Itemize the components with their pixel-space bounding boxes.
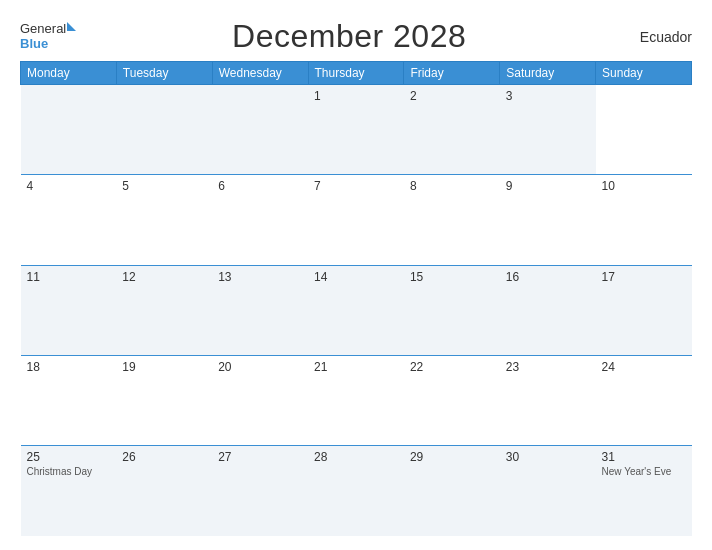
day-cell: 3 [500, 85, 596, 175]
day-number: 20 [218, 360, 302, 374]
header: General Blue December 2028 Ecuador [20, 18, 692, 55]
empty-cell [212, 85, 308, 175]
logo-blue: Blue [20, 37, 48, 51]
day-number: 24 [602, 360, 686, 374]
header-friday: Friday [404, 62, 500, 85]
day-number: 18 [27, 360, 111, 374]
day-cell: 28 [308, 446, 404, 536]
empty-cell [21, 85, 117, 175]
week-row-4: 25Christmas Day262728293031New Year's Ev… [21, 446, 692, 536]
day-cell: 25Christmas Day [21, 446, 117, 536]
day-number: 9 [506, 179, 590, 193]
header-wednesday: Wednesday [212, 62, 308, 85]
day-cell: 26 [116, 446, 212, 536]
day-number: 3 [506, 89, 590, 103]
day-number: 19 [122, 360, 206, 374]
day-cell: 7 [308, 175, 404, 265]
day-number: 31 [602, 450, 686, 464]
header-monday: Monday [21, 62, 117, 85]
header-thursday: Thursday [308, 62, 404, 85]
day-cell: 9 [500, 175, 596, 265]
day-cell: 16 [500, 265, 596, 355]
day-number: 23 [506, 360, 590, 374]
day-cell: 17 [596, 265, 692, 355]
day-cell: 11 [21, 265, 117, 355]
day-number: 12 [122, 270, 206, 284]
calendar-table: Monday Tuesday Wednesday Thursday Friday… [20, 61, 692, 536]
day-number: 2 [410, 89, 494, 103]
day-number: 14 [314, 270, 398, 284]
day-number: 6 [218, 179, 302, 193]
day-cell: 5 [116, 175, 212, 265]
day-number: 1 [314, 89, 398, 103]
week-row-1: 45678910 [21, 175, 692, 265]
calendar-title: December 2028 [232, 18, 466, 54]
day-cell: 10 [596, 175, 692, 265]
day-cell: 13 [212, 265, 308, 355]
day-cell: 29 [404, 446, 500, 536]
day-cell: 12 [116, 265, 212, 355]
day-number: 13 [218, 270, 302, 284]
day-number: 28 [314, 450, 398, 464]
day-number: 21 [314, 360, 398, 374]
event-label: New Year's Eve [602, 466, 686, 477]
country-label: Ecuador [622, 29, 692, 45]
day-number: 30 [506, 450, 590, 464]
day-number: 22 [410, 360, 494, 374]
day-cell: 15 [404, 265, 500, 355]
empty-cell [116, 85, 212, 175]
logo-triangle-icon [67, 22, 76, 31]
day-cell: 24 [596, 355, 692, 445]
day-number: 16 [506, 270, 590, 284]
header-sunday: Sunday [596, 62, 692, 85]
logo: General Blue [20, 22, 76, 51]
day-cell: 27 [212, 446, 308, 536]
day-number: 29 [410, 450, 494, 464]
day-cell: 30 [500, 446, 596, 536]
day-number: 26 [122, 450, 206, 464]
day-number: 4 [27, 179, 111, 193]
day-number: 15 [410, 270, 494, 284]
logo-general: General [20, 22, 66, 36]
day-cell: 21 [308, 355, 404, 445]
day-cell: 22 [404, 355, 500, 445]
day-cell: 14 [308, 265, 404, 355]
day-number: 25 [27, 450, 111, 464]
day-number: 17 [602, 270, 686, 284]
day-cell: 2 [404, 85, 500, 175]
day-number: 8 [410, 179, 494, 193]
day-cell: 19 [116, 355, 212, 445]
day-cell: 4 [21, 175, 117, 265]
day-cell: 31New Year's Eve [596, 446, 692, 536]
day-number: 11 [27, 270, 111, 284]
day-cell: 8 [404, 175, 500, 265]
header-tuesday: Tuesday [116, 62, 212, 85]
days-header-row: Monday Tuesday Wednesday Thursday Friday… [21, 62, 692, 85]
week-row-2: 11121314151617 [21, 265, 692, 355]
day-number: 10 [602, 179, 686, 193]
day-cell: 6 [212, 175, 308, 265]
day-number: 5 [122, 179, 206, 193]
day-number: 7 [314, 179, 398, 193]
calendar-page: General Blue December 2028 Ecuador Monda… [0, 0, 712, 550]
event-label: Christmas Day [27, 466, 111, 477]
day-number: 27 [218, 450, 302, 464]
day-cell: 18 [21, 355, 117, 445]
day-cell: 23 [500, 355, 596, 445]
week-row-0: 123 [21, 85, 692, 175]
week-row-3: 18192021222324 [21, 355, 692, 445]
title-area: December 2028 [76, 18, 622, 55]
header-saturday: Saturday [500, 62, 596, 85]
day-cell: 20 [212, 355, 308, 445]
day-cell: 1 [308, 85, 404, 175]
